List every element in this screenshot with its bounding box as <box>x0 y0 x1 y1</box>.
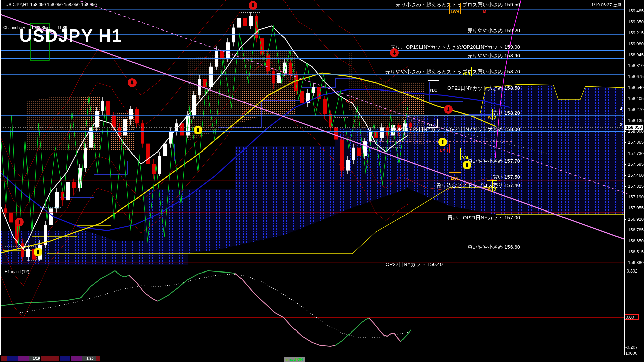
price-tick-mark <box>624 44 626 44</box>
symbol-header: USDJPY,H1 158.050 158.050 158.050 158.05… <box>5 2 97 7</box>
sell-arrow-icon: ⬇ <box>249 1 257 10</box>
level-label-box-ydh: YDH <box>461 67 472 76</box>
macd-min-tick: -0.207 <box>625 345 638 350</box>
price-tick-label: 157.325 <box>628 184 644 189</box>
level-label-box-w: W <box>487 180 492 192</box>
count-marker: 3 <box>620 122 622 127</box>
price-annotation: OP22日NYカット 156.40 <box>386 261 443 268</box>
price-tick-mark <box>624 241 626 241</box>
chart-watermark: USDJPY H1 <box>19 25 122 46</box>
price-tick-mark <box>624 186 626 187</box>
date-label-1-20: 1/20 <box>86 356 93 360</box>
price-annotation: OP21日NYカット大きめ 158.50 <box>447 85 520 92</box>
price-tick-label: 159.350 <box>628 19 644 24</box>
price-tick-mark <box>624 230 626 230</box>
level-label-box-lwl: LWL <box>449 172 461 181</box>
price-annotation: 買いやや小さめ 157.70 <box>467 158 520 164</box>
count-marker: 4 <box>620 107 622 111</box>
price-tick-mark <box>624 164 626 165</box>
level-label-box-ydo: YDO <box>428 80 439 93</box>
buy-arrow-icon: ⬆ <box>463 161 471 169</box>
price-tick-label: 159.215 <box>628 30 644 35</box>
price-tick-mark <box>624 121 626 121</box>
macd-zero-tick: 0.00 <box>625 314 639 320</box>
sell-arrow-icon: ⬇ <box>15 218 24 226</box>
trading-chart-window: USDJPY,H1 158.050 158.050 158.050 158.05… <box>0 0 644 362</box>
price-tick-label: 158.135 <box>628 118 644 123</box>
price-tick-label: 157.595 <box>628 162 644 167</box>
level-label-box-lwh: LWH <box>449 3 461 14</box>
level-label-box-m: M <box>482 3 487 14</box>
macd-indicator-label: H1 macd (12) <box>5 269 29 274</box>
date-label-1-19: 1/19 <box>33 356 40 360</box>
price-tick-label: 159.485 <box>628 8 644 13</box>
price-annotation: 売りやや小さめ 158.90 <box>467 53 520 59</box>
price-annotation: 買い、OP21日NYカット 157.00 <box>447 215 520 221</box>
sell-arrow-icon: ⬇ <box>390 48 399 57</box>
price-tick-mark <box>624 33 626 33</box>
buy-arrow-icon: ⬆ <box>194 126 202 134</box>
macd-max-tick: 0.302 <box>627 268 638 274</box>
price-tick-label: 156.650 <box>628 238 644 243</box>
price-tick-mark <box>624 11 626 11</box>
price-tick-label: 158.540 <box>628 85 644 90</box>
level-label-box-d: D <box>492 180 497 192</box>
price-tick-label: 159.080 <box>628 41 644 46</box>
price-tick-label: 158.810 <box>628 63 644 68</box>
buy-arrow-icon: ⬆ <box>438 138 447 146</box>
price-tick-label: 158.405 <box>628 96 644 101</box>
price-tick-mark <box>624 208 626 208</box>
chart-canvas[interactable] <box>0 0 644 362</box>
price-annotation: 買い 157.50 <box>493 174 520 180</box>
price-tick-mark <box>624 22 626 22</box>
price-tick-mark <box>624 197 626 197</box>
price-tick-mark <box>624 66 626 66</box>
buy-arrow-icon: ⬆ <box>34 248 42 256</box>
price-annotation: 売り、OP19日NYカット大きめ/OP20日NYカット 159.00 <box>390 44 520 50</box>
price-tick-label: 156.380 <box>628 260 644 265</box>
updated-timestamp: 1/19 06:37 更新 <box>591 2 622 8</box>
level-label-box-d: D <box>492 109 497 120</box>
price-tick-mark <box>624 252 626 252</box>
macd-on-button[interactable]: macd ON <box>284 357 305 362</box>
price-tick-label: 157.460 <box>628 173 644 178</box>
price-tick-mark <box>624 88 626 88</box>
price-tick-mark <box>624 55 626 55</box>
price-tick-mark <box>624 219 626 220</box>
volume-scale-tick: 10000 <box>625 351 637 356</box>
price-tick-mark <box>624 142 626 143</box>
price-tick-mark <box>624 77 626 77</box>
price-tick-label: 156.785 <box>628 227 644 232</box>
price-tick-mark <box>624 99 626 99</box>
current-price-box: 158.050 <box>625 125 643 130</box>
price-annotation: OP20・22日NYカット/OP21日NYカット大きめ 158.00 <box>395 126 520 133</box>
price-tick-label: 157.190 <box>628 194 644 199</box>
price-tick-label: 158.945 <box>628 52 644 57</box>
price-annotation: 割り込むとストップロス売り 157.40 <box>436 182 520 189</box>
price-tick-label: 158.675 <box>628 74 644 79</box>
price-tick-label: 158.270 <box>628 107 644 112</box>
level-label-box-ydc: YDC <box>427 119 438 128</box>
price-tick-label: 156.920 <box>628 217 644 222</box>
price-tick-mark <box>624 131 626 132</box>
sell-arrow-icon: ⬇ <box>444 105 453 114</box>
level-label-box-w: W <box>487 109 492 120</box>
price-tick-mark <box>624 154 626 154</box>
sell-arrow-icon: ⬇ <box>128 78 137 87</box>
price-tick-label: 157.055 <box>628 205 644 210</box>
level-label-box-ydl: YDL <box>460 148 471 160</box>
price-tick-label: 156.515 <box>628 249 644 254</box>
price-tick-mark <box>624 175 626 176</box>
price-tick-label: 157.865 <box>628 140 644 145</box>
price-tick-label: 157.730 <box>628 151 644 156</box>
price-annotation: 買いやや小さめ 156.60 <box>467 244 520 250</box>
price-tick-mark <box>624 110 626 110</box>
price-annotation: 売りやや小さめ 159.20 <box>467 27 520 34</box>
price-annotation: 売りやや小さめ・超えるとストップロス買い小さめ 158.70 <box>385 69 520 75</box>
price-tick-mark <box>624 263 626 263</box>
